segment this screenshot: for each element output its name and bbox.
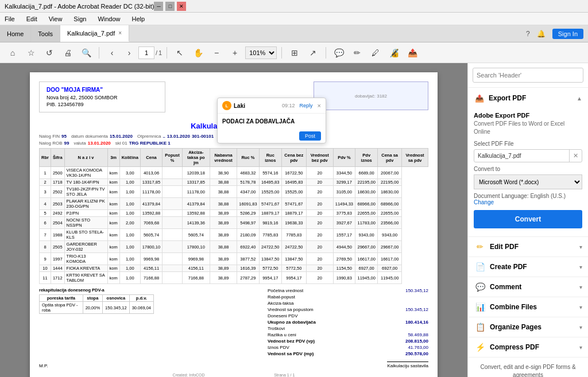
datum-label: datum dokumenta [71, 134, 108, 139]
comment-add-icon[interactable]: 💬 [331, 45, 347, 61]
rp-action-comment[interactable]: 💬 Comment ▾ [468, 277, 588, 297]
summary-ukupno: Ukupno za dobavljača 180.414,16 [268, 319, 428, 325]
export-description: Convert PDF Files to Word or Excel Onlin… [474, 120, 582, 136]
menu-sign[interactable]: Sign [71, 14, 88, 24]
share2-icon[interactable]: 📤 [404, 45, 420, 61]
hand-tool-icon[interactable]: ✋ [190, 45, 206, 61]
toolbar-search-icon[interactable]: 🔍 [78, 45, 94, 61]
rp-search-input[interactable] [473, 68, 583, 83]
toolbar-back-icon[interactable]: ↺ [41, 45, 57, 61]
table-row: 62504NOCNI STO NS3/PNkom2,007069,6814139… [40, 217, 428, 229]
table-cell: 16495,83 [281, 179, 306, 186]
nav-prev-button[interactable]: ‹ [104, 45, 120, 61]
doc-area: DOO "MOJA FIRMA" Nova broj 42, 25000 SOM… [0, 63, 467, 377]
pen2-icon[interactable]: 🖊 [368, 45, 384, 61]
convert-to-select[interactable]: Microsoft Word (*.docx) [474, 174, 582, 189]
menu-edit[interactable]: Edit [24, 14, 40, 24]
stamp-icon[interactable]: 🔏 [386, 45, 402, 61]
table-cell: 11 [40, 272, 51, 284]
tab-tools[interactable]: Tools [31, 25, 60, 42]
table-cell: 6 [40, 217, 51, 229]
table-row: 71988KLUB STO STELA-KLSkom1,005605,74560… [40, 229, 428, 241]
table-cell: 4683,32 [237, 167, 259, 179]
rp-action-edit-pdf[interactable]: ✏ Edit PDF ▾ [468, 237, 588, 257]
rp-file-clear-icon[interactable]: ✕ [569, 150, 582, 162]
menu-window[interactable]: Window [95, 14, 122, 24]
doc-page: DOO "MOJA FIRMA" Nova broj 42, 25000 SOM… [30, 72, 438, 377]
company-pib: PIB. 123456789 [47, 102, 158, 107]
table-cell: 1,00 [119, 198, 140, 210]
table-cell: 20 [306, 186, 333, 198]
table-cell: 1,00 [119, 265, 140, 272]
minimize-button[interactable]: ─ [154, 2, 163, 11]
table-cell: 9954,17 [281, 272, 306, 284]
pdv-col1: poreska tarifa [40, 295, 83, 302]
rp-action-compress-pdf[interactable]: ⚡ Compress PDF ▾ [468, 337, 588, 357]
table-cell: 38,89 [210, 272, 237, 284]
rp-action-combine-files[interactable]: 📊 Combine Files ▾ [468, 297, 588, 317]
table-cell: 15525,00 [259, 186, 281, 198]
table-cell: 1,00 [119, 253, 140, 265]
zoom-select[interactable]: 101% 50% 75% 100% 125% 150% [245, 46, 277, 59]
menu-view[interactable]: View [47, 14, 65, 24]
help-icon[interactable]: ? [526, 30, 530, 38]
pdv-osnovica: 150.345,12 [103, 302, 130, 314]
toolbar-star-icon[interactable]: ☆ [23, 45, 39, 61]
table-cell: 20 [306, 253, 333, 265]
chat-close-icon[interactable]: × [318, 102, 321, 109]
menu-file[interactable]: File [2, 14, 17, 24]
table-row: 82505GARDEROBER JOY-032kom1,0017800,1017… [40, 241, 428, 253]
summary-iznos-pdv-val: 41.763,00 [408, 345, 428, 350]
maximize-button[interactable]: □ [165, 2, 175, 11]
menu-help[interactable]: Help [130, 14, 148, 24]
toolbar-home-icon[interactable]: ⌂ [5, 45, 21, 61]
table-cell: kom [107, 186, 119, 198]
page-tools-icon[interactable]: ⊞ [287, 45, 303, 61]
table-cell: 38,89 [210, 229, 237, 241]
tab-close-icon[interactable]: × [118, 30, 122, 36]
table-cell: 68966,00 [378, 198, 402, 210]
chat-reply-link[interactable]: Reply [300, 103, 313, 108]
tab-home[interactable]: Home [0, 25, 31, 42]
table-cell: 13847,50 [281, 253, 306, 265]
table-cell: VISECA KOMODA VK30-1K/PN [64, 167, 107, 179]
summary-ukupno-label: Ukupno za dobavljača [268, 320, 316, 325]
pen-icon[interactable]: ✏ [349, 45, 365, 61]
page-current-input[interactable]: 1 [138, 46, 154, 59]
table-cell: kom [107, 179, 119, 186]
bell-icon[interactable]: 🔔 [537, 30, 546, 38]
toolbar-print-icon[interactable]: 🖨 [60, 45, 76, 61]
table-cell: 2503 [51, 198, 64, 210]
rp-action-organize-pages[interactable]: 📋 Organize Pages ▾ [468, 317, 588, 337]
pdv-iznos: 30.069,04 [129, 302, 153, 314]
table-cell: 1718 [51, 179, 64, 186]
signin-button[interactable]: Sign In [552, 29, 583, 39]
zoom-in-icon[interactable]: + [227, 45, 243, 61]
table-cell: 41379,84 [140, 198, 162, 210]
col-cena-bez-pdv: Cena bez pdv [281, 149, 306, 167]
table-cell: 3775,83 [333, 210, 355, 217]
table-cell: 5286,29 [237, 210, 259, 217]
tab-tools-label: Tools [38, 30, 53, 37]
table-cell: 20 [306, 167, 333, 179]
zoom-out-icon[interactable]: − [208, 45, 225, 61]
table-cell: 23566,00 [378, 217, 402, 229]
mp-label: M.P. [39, 363, 48, 368]
share-icon[interactable]: ↗ [305, 45, 321, 61]
rp-action-create-pdf[interactable]: 📄 Create PDF ▾ [468, 257, 588, 277]
rp-export-pdf-header[interactable]: 📤 Export PDF ▲ [468, 88, 588, 108]
table-row: 101444FIOKA KREVETAkom1,004156,114156,11… [40, 265, 428, 272]
table-cell: 41379,84 [182, 198, 210, 210]
table-cell: kom [107, 217, 119, 229]
nav-next-button[interactable]: › [121, 45, 137, 61]
export-pdf-icon: 📤 [474, 92, 485, 104]
tab-document[interactable]: Kalkulacija_7.pdf × [60, 25, 129, 42]
close-button[interactable]: ✕ [177, 2, 186, 11]
table-cell: 20 [306, 229, 333, 241]
change-language-link[interactable]: Change [474, 199, 494, 205]
convert-button[interactable]: Convert [474, 210, 582, 228]
page-total: 1 [158, 49, 162, 56]
cursor-tool-icon[interactable]: ↖ [172, 45, 188, 61]
chat-post-button[interactable]: Post [299, 131, 321, 141]
table-cell: 9954,17 [259, 272, 281, 284]
